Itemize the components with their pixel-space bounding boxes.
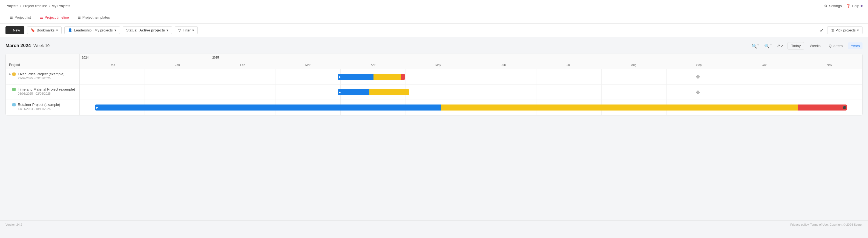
pick-projects-label: Pick projects	[835, 28, 856, 32]
tab-project-timeline[interactable]: ▬ Project timeline	[35, 12, 73, 23]
project-list: ▶ Fixed Price Project (example) 22/02/20…	[6, 69, 80, 115]
bookmarks-filter[interactable]: 🔖 Bookmarks ▾	[27, 26, 62, 34]
user-filter[interactable]: 👤 Leadership | My projects ▾	[64, 26, 120, 34]
breadcrumb-sep1: ›	[20, 4, 21, 8]
footer: Version 24.2 Privacy policy. Terms of Us…	[0, 220, 868, 229]
project-dates-1: 22/02/2025 - 09/05/2025	[18, 77, 65, 80]
zoom-in-icon: 🔍+	[752, 44, 759, 48]
breadcrumb-sep2: ›	[49, 4, 50, 8]
weeks-button[interactable]: Weeks	[807, 42, 824, 49]
status-filter[interactable]: Status: Active projects ▾	[123, 26, 172, 34]
timeline-header-row: March 2024 Week 10 🔍+ 🔍− ↗↙ Today Weeks …	[5, 42, 863, 50]
timeline-month-title: March 2024	[5, 43, 31, 48]
timeline-container: Project 2024 2025 Dec Jan Feb	[5, 54, 863, 115]
templates-icon: ☰	[78, 15, 81, 20]
pick-icon: ◫	[831, 28, 834, 32]
filter-button[interactable]: ▽ Filter ▾	[175, 26, 198, 34]
quarters-button[interactable]: Quarters	[826, 42, 845, 49]
gear-icon: ⚙	[824, 4, 828, 8]
tab-project-list[interactable]: ☰ Project list	[5, 12, 35, 23]
tab-list-label: Project list	[14, 15, 31, 20]
expand-icon-1[interactable]: ▶	[9, 72, 11, 75]
settings-label: Settings	[829, 4, 842, 8]
bar-row-1[interactable]: ▶	[338, 74, 405, 80]
bookmark-icon: 🔖	[31, 28, 35, 32]
gantt-header: 2024 2025 Dec Jan Feb Mar Apr May Jun Ju…	[80, 54, 862, 69]
month-nov: Nov	[797, 63, 862, 66]
month-jan: Jan	[145, 63, 210, 66]
tab-timeline-label: Project timeline	[44, 15, 69, 20]
bookmarks-chevron-icon: ▾	[56, 28, 58, 32]
project-name-1: Fixed Price Project (example)	[18, 72, 65, 76]
gantt-row-1: ▶	[80, 69, 862, 84]
bookmarks-label: Bookmarks	[37, 28, 55, 32]
pick-chevron-icon: ▾	[857, 28, 859, 32]
project-info-1: Fixed Price Project (example) 22/02/2025…	[18, 72, 65, 80]
help-label: Help	[852, 4, 859, 8]
help-icon: ❓	[846, 4, 850, 8]
gantt-row-2: ▶	[80, 84, 862, 100]
year-2024-label: 2024	[82, 56, 88, 59]
top-bar-actions: ⚙ Settings ❓ Help	[824, 4, 863, 8]
gantt-bg-2	[80, 84, 862, 100]
lock-icon-3: ⬛	[843, 106, 846, 109]
fit-button[interactable]: ↗↙	[775, 42, 785, 49]
settings-button[interactable]: ⚙ Settings	[824, 4, 842, 8]
notification-dot	[861, 5, 863, 7]
month-jun: Jun	[471, 63, 536, 66]
toolbar: + New 🔖 Bookmarks ▾ 👤 Leadership | My pr…	[0, 24, 868, 37]
month-mar: Mar	[275, 63, 340, 66]
zoom-in-button[interactable]: 🔍+	[750, 42, 761, 50]
month-aug: Aug	[601, 63, 666, 66]
status-chevron-icon: ▾	[166, 28, 168, 32]
tab-project-templates[interactable]: ☰ Project templates	[73, 12, 114, 23]
breadcrumb-my-projects: My Projects	[52, 4, 70, 8]
help-button[interactable]: ❓ Help	[846, 4, 863, 8]
expand-view-button[interactable]: ⤢	[819, 27, 825, 34]
project-row: ▶ Time and Material Project (example) 03…	[6, 84, 80, 100]
filter-icon: ▽	[178, 28, 181, 32]
gantt-body: ▶	[80, 69, 862, 115]
project-dates-2: 03/03/2025 - 02/06/2025	[18, 92, 75, 95]
project-name-3: Retainer Project (example)	[18, 103, 60, 107]
zoom-out-button[interactable]: 🔍−	[763, 42, 773, 50]
project-info-3: Retainer Project (example) 14/11/2024 - …	[18, 103, 60, 110]
project-color-1	[12, 72, 16, 76]
timeline-week-subtitle: Week 10	[33, 43, 50, 48]
month-may: May	[405, 63, 471, 66]
top-bar: Projects › Project timeline › My Project…	[0, 0, 868, 12]
user-icon: 👤	[68, 28, 72, 32]
version-label: Version 24.2	[5, 223, 22, 226]
user-filter-chevron-icon: ▾	[115, 28, 116, 32]
years-button[interactable]: Years	[848, 42, 863, 49]
play-icon-2: ▶	[339, 91, 341, 94]
month-jul: Jul	[536, 63, 601, 66]
main-content: March 2024 Week 10 🔍+ 🔍− ↗↙ Today Weeks …	[0, 37, 868, 220]
toolbar-right: ⤢ ◫ Pick projects ▾	[819, 26, 863, 34]
breadcrumb-projects[interactable]: Projects	[5, 4, 18, 8]
breadcrumb-timeline[interactable]: Project timeline	[23, 4, 47, 8]
timeline-title-area: March 2024 Week 10	[5, 43, 50, 48]
bar-row-3[interactable]: ▶ ⬛	[95, 104, 847, 110]
project-dates-3: 14/11/2024 - 18/11/2025	[18, 107, 60, 110]
timeline-grid: Project 2024 2025 Dec Jan Feb	[6, 54, 862, 115]
timeline-controls: 🔍+ 🔍− ↗↙ Today Weeks Quarters Years	[750, 42, 863, 50]
month-apr: Apr	[340, 63, 405, 66]
legal-text: Privacy policy. Terms of Use. Copyright …	[790, 223, 863, 226]
month-sep: Sep	[666, 63, 732, 66]
project-color-2	[12, 88, 16, 91]
gantt-row-3: ▶ ⬛	[80, 100, 862, 115]
bar-row-2[interactable]: ▶	[338, 89, 409, 95]
year-2025-label: 2025	[212, 56, 219, 59]
project-info-2: Time and Material Project (example) 03/0…	[18, 87, 75, 95]
toolbar-left: + New 🔖 Bookmarks ▾ 👤 Leadership | My pr…	[5, 26, 198, 34]
status-label: Status:	[126, 28, 137, 32]
today-button[interactable]: Today	[787, 42, 804, 49]
project-col-label: Project	[9, 63, 20, 67]
user-filter-label: Leadership | My projects	[74, 28, 113, 32]
new-button[interactable]: + New	[5, 26, 24, 34]
pick-projects-button[interactable]: ◫ Pick projects ▾	[827, 26, 863, 34]
play-icon-1: ▶	[339, 75, 341, 78]
list-icon: ☰	[10, 15, 13, 20]
tabs-bar: ☰ Project list ▬ Project timeline ☰ Proj…	[0, 12, 868, 24]
